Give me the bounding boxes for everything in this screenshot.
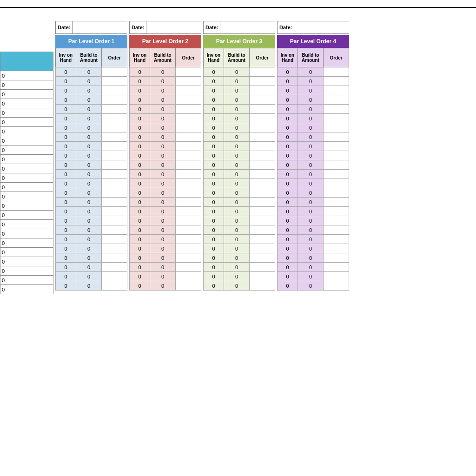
build-cell-3-22: 0 — [224, 272, 250, 281]
inv-cell-4-22: 0 — [277, 272, 298, 281]
data-row-3-12: 00 — [203, 179, 275, 188]
data-row-3-22: 00 — [203, 272, 275, 281]
build-cell-1-10: 0 — [76, 160, 102, 170]
inv-cell-4-8: 0 — [277, 142, 298, 151]
order-cell-1-3 — [102, 95, 127, 105]
date-input-4[interactable] — [294, 21, 373, 33]
data-row-1-21: 00 — [55, 263, 127, 272]
uom-row: 0 — [0, 266, 53, 276]
inv-cell-1-3: 0 — [55, 95, 76, 105]
uom-row: 0 — [0, 145, 53, 155]
order-cell-1-9 — [102, 151, 127, 160]
uom-row: 0 — [0, 71, 53, 80]
order-cell-4-11 — [324, 170, 349, 179]
build-cell-3-12: 0 — [224, 179, 250, 188]
order-cell-3-12 — [250, 179, 275, 188]
data-row-2-1: 00 — [129, 77, 201, 86]
inv-cell-3-2: 0 — [203, 86, 224, 95]
build-cell-2-23: 0 — [150, 281, 176, 291]
uom-row: 0 — [0, 164, 53, 173]
uom-row: 0 — [0, 192, 53, 201]
order-cell-3-11 — [250, 170, 275, 179]
build-cell-2-17: 0 — [150, 225, 176, 235]
build-cell-1-20: 0 — [76, 253, 102, 263]
build-cell-4-23: 0 — [298, 281, 324, 291]
order-cell-4-7 — [324, 132, 349, 142]
inv-cell-2-19: 0 — [129, 244, 150, 253]
inv-cell-2-9: 0 — [129, 151, 150, 160]
build-cell-1-5: 0 — [76, 114, 102, 123]
data-row-4-2: 00 — [277, 86, 349, 95]
data-row-3-4: 00 — [203, 105, 275, 114]
inv-cell-4-9: 0 — [277, 151, 298, 160]
uom-row: 0 — [0, 118, 53, 127]
inv-cell-3-19: 0 — [203, 244, 224, 253]
build-cell-2-9: 0 — [150, 151, 176, 160]
uom-row: 0 — [0, 248, 53, 257]
build-cell-2-21: 0 — [150, 263, 176, 272]
build-cell-3-13: 0 — [224, 188, 250, 198]
data-row-2-0: 00 — [129, 67, 201, 77]
inv-cell-2-20: 0 — [129, 253, 150, 263]
order-cell-1-22 — [102, 272, 127, 281]
build-cell-4-18: 0 — [298, 235, 324, 244]
order-header-3: Order — [250, 48, 275, 67]
order-cell-2-22 — [176, 272, 201, 281]
build-cell-4-15: 0 — [298, 207, 324, 216]
order-cell-2-14 — [176, 198, 201, 207]
build-cell-3-7: 0 — [224, 132, 250, 142]
data-row-2-13: 00 — [129, 188, 201, 198]
data-row-1-11: 00 — [55, 170, 127, 179]
data-row-3-16: 00 — [203, 216, 275, 225]
order-cell-3-3 — [250, 95, 275, 105]
build-header-2: Build to Amount — [150, 48, 176, 67]
build-cell-1-4: 0 — [76, 105, 102, 114]
data-row-4-10: 00 — [277, 160, 349, 170]
inv-cell-3-3: 0 — [203, 95, 224, 105]
inv-cell-3-6: 0 — [203, 123, 224, 132]
data-row-1-13: 00 — [55, 188, 127, 198]
build-cell-1-18: 0 — [76, 235, 102, 244]
build-cell-3-1: 0 — [224, 77, 250, 86]
inv-cell-3-23: 0 — [203, 281, 224, 291]
data-row-1-5: 00 — [55, 114, 127, 123]
app-header — [0, 0, 476, 8]
build-cell-4-6: 0 — [298, 123, 324, 132]
data-row-2-19: 00 — [129, 244, 201, 253]
build-cell-4-0: 0 — [298, 67, 324, 77]
build-cell-1-15: 0 — [76, 207, 102, 216]
build-cell-1-13: 0 — [76, 188, 102, 198]
uom-row: 0 — [0, 80, 53, 90]
order-cell-2-19 — [176, 244, 201, 253]
order-cell-3-0 — [250, 67, 275, 77]
inv-cell-4-6: 0 — [277, 123, 298, 132]
inv-cell-3-20: 0 — [203, 253, 224, 263]
inv-cell-2-14: 0 — [129, 198, 150, 207]
date-label-3: Date: — [204, 25, 220, 30]
build-cell-3-9: 0 — [224, 151, 250, 160]
data-row-2-22: 00 — [129, 272, 201, 281]
order-cell-3-8 — [250, 142, 275, 151]
inv-cell-1-4: 0 — [55, 105, 76, 114]
data-row-3-13: 00 — [203, 188, 275, 198]
order-cell-2-16 — [176, 216, 201, 225]
data-row-2-18: 00 — [129, 235, 201, 244]
data-row-1-12: 00 — [55, 179, 127, 188]
data-row-1-3: 00 — [55, 95, 127, 105]
order-cell-2-5 — [176, 114, 201, 123]
inv-cell-3-10: 0 — [203, 160, 224, 170]
build-cell-4-20: 0 — [298, 253, 324, 263]
data-row-3-1: 00 — [203, 77, 275, 86]
build-cell-3-11: 0 — [224, 170, 250, 179]
par-section-3: Date:Par Level Order 3Inv on HandBuild t… — [203, 21, 275, 291]
inv-cell-1-8: 0 — [55, 142, 76, 151]
build-cell-1-2: 0 — [76, 86, 102, 95]
inv-cell-2-13: 0 — [129, 188, 150, 198]
inv-cell-1-16: 0 — [55, 216, 76, 225]
inv-cell-3-15: 0 — [203, 207, 224, 216]
inv-cell-3-0: 0 — [203, 67, 224, 77]
build-cell-3-18: 0 — [224, 235, 250, 244]
build-cell-2-3: 0 — [150, 95, 176, 105]
uom-row: 0 — [0, 276, 53, 285]
data-row-1-23: 00 — [55, 281, 127, 291]
